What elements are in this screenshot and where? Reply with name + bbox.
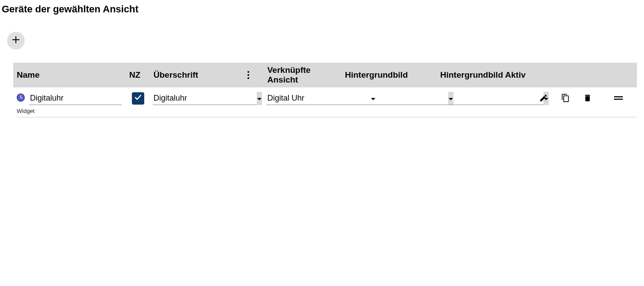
col-header-bgimg-active: Hintergrundbild Aktiv [437,63,529,87]
col-header-bgimg: Hintergrundbild [341,63,437,87]
clock-icon [16,93,26,105]
col-header-actions [529,63,637,87]
pencil-icon [539,94,548,104]
heading-dropdown-button[interactable] [257,92,262,105]
edit-button[interactable] [538,93,549,105]
col-header-menu[interactable] [233,63,264,87]
nz-checkbox[interactable] [132,92,144,105]
plus-icon [12,35,20,46]
copy-icon [561,94,570,104]
bgimg-select[interactable] [344,92,448,105]
chevron-down-icon [257,94,262,103]
devices-table: Name NZ Überschrift Verknüpfte Ansicht H… [13,63,637,117]
svg-rect-3 [614,98,623,100]
drag-handle[interactable] [613,94,624,103]
check-icon [134,94,142,104]
bgimg-active-select[interactable] [439,92,543,105]
svg-rect-2 [614,96,623,98]
delete-button[interactable] [582,93,593,105]
copy-button[interactable] [560,93,571,105]
trash-icon [583,94,592,104]
row-subtype-label: Widget [17,107,637,117]
drag-handle-icon [614,95,623,102]
table-header: Name NZ Überschrift Verknüpfte Ansicht H… [13,63,637,87]
col-header-heading: Überschrift [150,63,233,87]
table-row [13,87,637,107]
col-header-linkedview: Verknüpfte Ansicht [264,63,341,87]
more-vert-icon [247,71,249,79]
heading-select[interactable] [153,92,257,105]
col-header-name: Name [13,63,126,87]
add-button[interactable] [7,32,25,49]
page-title: Geräte der gewählten Ansicht [2,4,644,15]
col-header-nz: NZ [126,63,150,87]
name-input[interactable] [29,92,122,105]
